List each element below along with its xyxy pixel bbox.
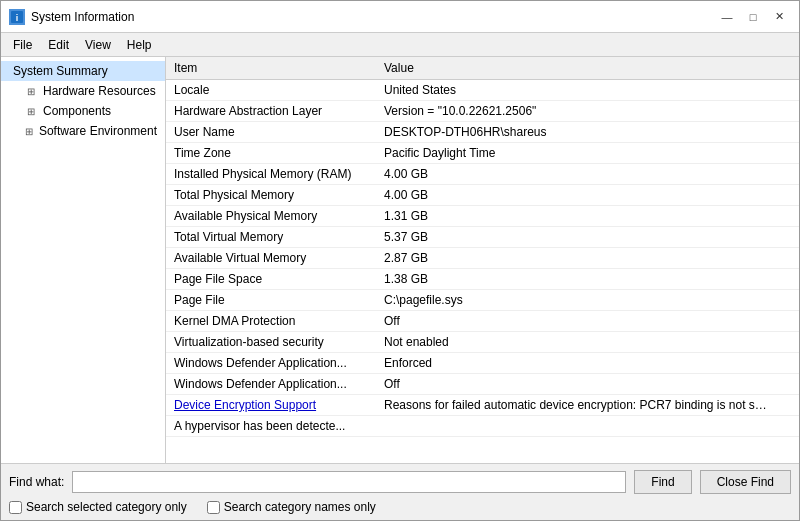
app-icon: i: [9, 9, 25, 25]
table-cell-item: Virtualization-based security: [166, 332, 376, 353]
expand-icon: ⊞: [27, 106, 39, 117]
table-cell-item: Device Encryption Support: [166, 395, 376, 416]
sidebar: System Summary⊞Hardware Resources⊞Compon…: [1, 57, 166, 463]
search-names-label: Search category names only: [224, 500, 376, 514]
table-row: Device Encryption SupportReasons for fai…: [166, 395, 799, 416]
menu-item-edit[interactable]: Edit: [40, 36, 77, 54]
minimize-button[interactable]: —: [715, 7, 739, 27]
search-selected-option[interactable]: Search selected category only: [9, 500, 187, 514]
find-input[interactable]: [72, 471, 626, 493]
maximize-button[interactable]: □: [741, 7, 765, 27]
table-cell-value: 2.87 GB: [376, 248, 799, 269]
sidebar-item-system-summary[interactable]: System Summary: [1, 61, 165, 81]
table-cell-item: Page File Space: [166, 269, 376, 290]
table-cell-item: Available Virtual Memory: [166, 248, 376, 269]
menu-bar: FileEditViewHelp: [1, 33, 799, 57]
table-cell-item: Available Physical Memory: [166, 206, 376, 227]
table-cell-item: Time Zone: [166, 143, 376, 164]
sidebar-label: Hardware Resources: [43, 84, 156, 98]
expand-icon: ⊞: [27, 86, 39, 97]
close-button[interactable]: ✕: [767, 7, 791, 27]
table-cell-value: C:\pagefile.sys: [376, 290, 799, 311]
table-row: Available Virtual Memory2.87 GB: [166, 248, 799, 269]
find-row: Find what: Find Close Find: [9, 470, 791, 494]
table-cell-item: Kernel DMA Protection: [166, 311, 376, 332]
title-bar: i System Information — □ ✕: [1, 1, 799, 33]
table-row: Page File Space1.38 GB: [166, 269, 799, 290]
table-cell-item: Windows Defender Application...: [166, 374, 376, 395]
search-selected-label: Search selected category only: [26, 500, 187, 514]
table-row: Total Virtual Memory5.37 GB: [166, 227, 799, 248]
table-cell-item: Installed Physical Memory (RAM): [166, 164, 376, 185]
table-row: Virtualization-based securityNot enabled: [166, 332, 799, 353]
table-row: Total Physical Memory4.00 GB: [166, 185, 799, 206]
table-cell-value: Not enabled: [376, 332, 799, 353]
table-cell-value: 4.00 GB: [376, 185, 799, 206]
table-row: A hypervisor has been detecte...: [166, 416, 799, 437]
table-cell-item: Locale: [166, 80, 376, 101]
table-row: Installed Physical Memory (RAM)4.00 GB: [166, 164, 799, 185]
window-title: System Information: [31, 10, 715, 24]
table-cell-value: [376, 416, 799, 437]
sidebar-item-software-environment[interactable]: ⊞Software Environment: [1, 121, 165, 141]
table-row: Kernel DMA ProtectionOff: [166, 311, 799, 332]
content-area: Item Value LocaleUnited StatesHardware A…: [166, 57, 799, 463]
sidebar-label: Software Environment: [39, 124, 157, 138]
table-row: User NameDESKTOP-DTH06HR\shareus: [166, 122, 799, 143]
expand-icon: ⊞: [25, 126, 35, 137]
window-controls: — □ ✕: [715, 7, 791, 27]
table-row: Windows Defender Application...Off: [166, 374, 799, 395]
table-cell-value: Reasons for failed automatic device encr…: [376, 395, 799, 416]
menu-item-help[interactable]: Help: [119, 36, 160, 54]
table-cell-item: User Name: [166, 122, 376, 143]
table-cell-value: 4.00 GB: [376, 164, 799, 185]
table-cell-item: Total Virtual Memory: [166, 227, 376, 248]
menu-item-view[interactable]: View: [77, 36, 119, 54]
info-table: Item Value LocaleUnited StatesHardware A…: [166, 57, 799, 437]
table-row: LocaleUnited States: [166, 80, 799, 101]
table-cell-value: Pacific Daylight Time: [376, 143, 799, 164]
table-cell-value: United States: [376, 80, 799, 101]
table-row: Windows Defender Application...Enforced: [166, 353, 799, 374]
find-label: Find what:: [9, 475, 64, 489]
main-area: System Summary⊞Hardware Resources⊞Compon…: [1, 57, 799, 463]
col-header-item: Item: [166, 57, 376, 80]
sidebar-label: System Summary: [13, 64, 108, 78]
search-names-checkbox[interactable]: [207, 501, 220, 514]
table-row: Page FileC:\pagefile.sys: [166, 290, 799, 311]
table-cell-value: Off: [376, 311, 799, 332]
main-window: i System Information — □ ✕ FileEditViewH…: [0, 0, 800, 521]
search-selected-checkbox[interactable]: [9, 501, 22, 514]
table-row: Available Physical Memory1.31 GB: [166, 206, 799, 227]
find-button[interactable]: Find: [634, 470, 691, 494]
sidebar-item-components[interactable]: ⊞Components: [1, 101, 165, 121]
table-cell-item: Hardware Abstraction Layer: [166, 101, 376, 122]
table-cell-item: Windows Defender Application...: [166, 353, 376, 374]
col-header-value: Value: [376, 57, 799, 80]
sidebar-label: Components: [43, 104, 111, 118]
table-cell-item: A hypervisor has been detecte...: [166, 416, 376, 437]
menu-item-file[interactable]: File: [5, 36, 40, 54]
search-names-option[interactable]: Search category names only: [207, 500, 376, 514]
table-cell-item: Total Physical Memory: [166, 185, 376, 206]
table-cell-value: 1.31 GB: [376, 206, 799, 227]
find-bar: Find what: Find Close Find Search select…: [1, 463, 799, 520]
svg-text:i: i: [16, 13, 19, 23]
table-cell-value: Off: [376, 374, 799, 395]
sidebar-item-hardware-resources[interactable]: ⊞Hardware Resources: [1, 81, 165, 101]
table-row: Time ZonePacific Daylight Time: [166, 143, 799, 164]
table-row: Hardware Abstraction LayerVersion = "10.…: [166, 101, 799, 122]
table-cell-value: Version = "10.0.22621.2506": [376, 101, 799, 122]
table-cell-value: DESKTOP-DTH06HR\shareus: [376, 122, 799, 143]
table-cell-value: 5.37 GB: [376, 227, 799, 248]
close-find-button[interactable]: Close Find: [700, 470, 791, 494]
table-cell-value: 1.38 GB: [376, 269, 799, 290]
find-options: Search selected category only Search cat…: [9, 500, 791, 514]
table-cell-item: Page File: [166, 290, 376, 311]
table-cell-value: Enforced: [376, 353, 799, 374]
